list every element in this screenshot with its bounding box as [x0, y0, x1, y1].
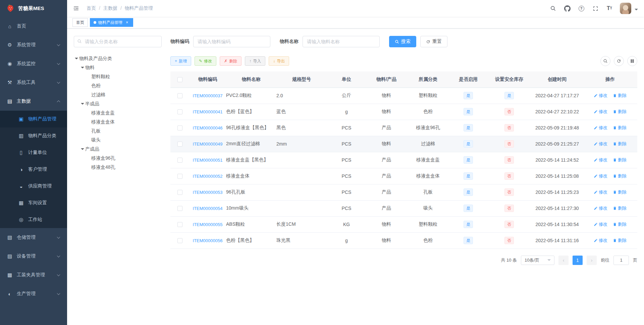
sidebar-item[interactable]: ▤ 主数据 — [0, 92, 67, 111]
delete-link[interactable]: 删除 — [613, 141, 627, 147]
edit-link[interactable]: 修改 — [594, 205, 607, 211]
toolbar-button[interactable]: ✗ 删除 — [220, 56, 241, 66]
tab[interactable]: 首页 — [72, 18, 88, 27]
row-checkbox[interactable] — [177, 125, 182, 130]
page-number[interactable]: 1 — [573, 256, 583, 265]
page-size-select[interactable]: 10条/页 — [521, 256, 554, 265]
next-page-button[interactable] — [587, 256, 597, 265]
name-filter-input[interactable] — [303, 36, 380, 47]
tree-node[interactable]: 物料 — [74, 63, 162, 72]
sidebar-item[interactable]: ◒ 供应商管理 — [0, 178, 67, 195]
row-checkbox[interactable] — [177, 142, 182, 147]
material-code-link[interactable]: ITEM00000051 — [193, 158, 223, 163]
fullscreen-icon[interactable] — [592, 5, 599, 12]
edit-link[interactable]: 修改 — [594, 93, 607, 99]
delete-link[interactable]: 删除 — [613, 93, 627, 99]
material-code-link[interactable]: ITEM00000053 — [193, 190, 223, 195]
sidebar-item[interactable]: ▦ 车间设置 — [0, 195, 67, 211]
hide-search-icon[interactable] — [600, 56, 610, 66]
prev-page-button[interactable] — [558, 256, 569, 265]
delete-link[interactable]: 删除 — [613, 189, 627, 195]
material-code-link[interactable]: ITEM00000049 — [193, 142, 223, 147]
sidebar-item[interactable]: ▥ 物料产品分类 — [0, 127, 67, 144]
sidebar-item[interactable]: ◐ 生产管理 — [0, 284, 67, 303]
row-checkbox[interactable] — [177, 109, 182, 114]
edit-link[interactable]: 修改 — [594, 109, 607, 115]
tree-node[interactable]: 过滤棉 — [74, 90, 162, 99]
sidebar-item[interactable]: ⚒ 系统工具 — [0, 73, 67, 92]
edit-link[interactable]: 修改 — [594, 237, 607, 243]
edit-link[interactable]: 修改 — [594, 157, 607, 163]
sidebar-item[interactable]: ⚙ 系统管理 — [0, 36, 67, 54]
toolbar-button[interactable]: ↓ 导出 — [269, 56, 289, 66]
search-icon[interactable] — [549, 5, 557, 12]
row-checkbox[interactable] — [177, 222, 182, 227]
toolbar-button[interactable]: ✎ 修改 — [195, 56, 216, 66]
reset-button[interactable]: 重置 — [420, 36, 447, 47]
tree-node[interactable]: 产成品 — [74, 145, 162, 154]
tree-node[interactable]: 移液盒96孔 — [74, 154, 162, 163]
breadcrumb-item[interactable]: 首页 — [87, 5, 103, 11]
edit-link[interactable]: 修改 — [594, 189, 607, 195]
material-code-link[interactable]: ITEM00000054 — [193, 206, 223, 211]
material-code-link[interactable]: ITEM00000037 — [193, 93, 223, 98]
tab[interactable]: 物料产品管理 — [90, 18, 133, 27]
sidebar-item[interactable]: ▩ 工装夹具管理 — [0, 266, 67, 284]
tree-node[interactable]: 移液盒盒盖 — [74, 108, 162, 117]
select-all-checkbox[interactable] — [177, 77, 182, 82]
columns-icon[interactable] — [627, 56, 637, 66]
toolbar-button[interactable]: + 新增 — [170, 56, 191, 66]
sidebar-item[interactable]: ▯ 计量单位 — [0, 144, 67, 161]
edit-link[interactable]: 修改 — [594, 221, 607, 227]
tree-node[interactable]: 塑料颗粒 — [74, 72, 162, 81]
row-checkbox[interactable] — [177, 238, 182, 243]
github-icon[interactable] — [564, 5, 571, 12]
sidebar-item[interactable]: ⌂ 首页 — [0, 17, 67, 36]
search-button[interactable]: 搜索 — [389, 36, 416, 47]
row-checkbox[interactable] — [177, 158, 182, 163]
delete-link[interactable]: 删除 — [613, 157, 627, 163]
edit-link[interactable]: 修改 — [594, 125, 607, 131]
row-checkbox[interactable] — [177, 190, 182, 195]
toolbar-button[interactable]: ↑ 导入 — [245, 56, 265, 66]
sidebar-item[interactable]: ▧ 仓储管理 — [0, 228, 67, 247]
delete-link[interactable]: 删除 — [613, 125, 627, 131]
delete-link[interactable]: 删除 — [613, 173, 627, 179]
row-checkbox[interactable] — [177, 206, 182, 211]
tree-node[interactable]: 移液盒48孔 — [74, 163, 162, 172]
code-filter-input[interactable] — [193, 36, 270, 47]
delete-link[interactable]: 删除 — [613, 109, 627, 115]
delete-link[interactable]: 删除 — [613, 205, 627, 211]
logo[interactable]: 苦糖果MES — [0, 0, 67, 17]
font-size-icon[interactable]: TT — [606, 5, 613, 12]
refresh-icon[interactable] — [614, 56, 624, 66]
help-icon[interactable]: ? — [578, 5, 585, 12]
material-code-link[interactable]: ITEM00000046 — [193, 125, 223, 130]
material-code-link[interactable]: ITEM00000055 — [193, 222, 223, 227]
tree-node[interactable]: 物料及产品分类 — [74, 54, 162, 63]
close-icon[interactable] — [124, 20, 129, 25]
avatar[interactable] — [620, 3, 631, 14]
sidebar-item[interactable]: ◑ 客户管理 — [0, 161, 67, 178]
breadcrumb-item[interactable]: 物料产品管理 — [125, 5, 153, 11]
edit-link[interactable]: 修改 — [594, 141, 607, 147]
goto-page-input[interactable] — [613, 256, 629, 265]
row-checkbox[interactable] — [177, 174, 182, 179]
tree-node[interactable]: 色粉 — [74, 81, 162, 90]
category-search-input[interactable] — [74, 36, 162, 47]
sidebar-item[interactable]: ◉ 系统监控 — [0, 54, 67, 73]
edit-link[interactable]: 修改 — [594, 173, 607, 179]
material-code-link[interactable]: ITEM00000056 — [193, 238, 223, 243]
tree-node[interactable]: 移液盒盒体 — [74, 117, 162, 126]
sidebar-item[interactable]: ◎ 工作站 — [0, 211, 67, 228]
delete-link[interactable]: 删除 — [613, 221, 627, 227]
tree-node[interactable]: 吸头 — [74, 136, 162, 145]
sidebar-item[interactable]: ▣ 物料产品管理 — [0, 111, 67, 127]
material-code-link[interactable]: ITEM00000041 — [193, 109, 223, 114]
material-code-link[interactable]: ITEM00000052 — [193, 174, 223, 179]
hamburger-icon[interactable] — [73, 5, 80, 12]
tree-node[interactable]: 半成品 — [74, 99, 162, 108]
tree-node[interactable]: 孔板 — [74, 126, 162, 136]
row-checkbox[interactable] — [177, 93, 182, 98]
delete-link[interactable]: 删除 — [613, 237, 627, 243]
